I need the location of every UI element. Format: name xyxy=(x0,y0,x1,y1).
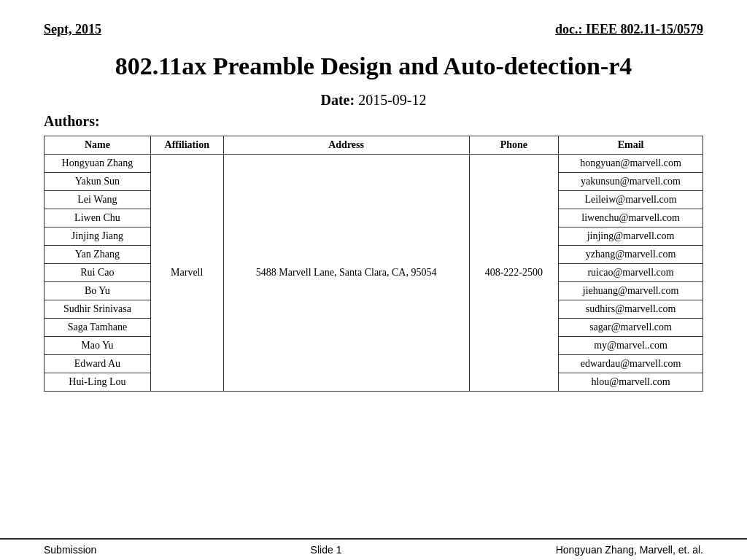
cell-name: Bo Yu xyxy=(44,281,151,300)
cell-name: Mao Yu xyxy=(44,336,151,354)
footer-right: Hongyuan Zhang, Marvell, et. al. xyxy=(556,544,703,556)
table-row: Hongyuan ZhangMarvell5488 Marvell Lane, … xyxy=(44,154,703,172)
date-value: 2015-09-12 xyxy=(358,92,426,108)
authors-label: Authors: xyxy=(44,113,703,130)
cell-email: yzhang@marvell.com xyxy=(559,245,703,263)
cell-name: Saga Tamhane xyxy=(44,318,151,336)
header-bar: Sept, 2015 doc.: IEEE 802.11-15/0579 xyxy=(44,22,703,37)
table-header-row: Name Affiliation Address Phone Email xyxy=(44,136,703,154)
cell-email: sudhirs@marvell.com xyxy=(559,300,703,318)
slide: Sept, 2015 doc.: IEEE 802.11-15/0579 802… xyxy=(0,0,747,560)
col-phone: Phone xyxy=(469,136,559,154)
footer: Submission Slide 1 Hongyuan Zhang, Marve… xyxy=(0,538,747,560)
cell-email: my@marvel..com xyxy=(559,336,703,354)
cell-email: jinjing@marvell.com xyxy=(559,227,703,245)
cell-email: hongyuan@marvell.com xyxy=(559,154,703,172)
col-email: Email xyxy=(559,136,703,154)
cell-name: Hui-Ling Lou xyxy=(44,373,151,391)
col-address: Address xyxy=(223,136,469,154)
cell-name: Jinjing Jiang xyxy=(44,227,151,245)
cell-email: edwardau@marvell.com xyxy=(559,354,703,373)
authors-table: Name Affiliation Address Phone Email Hon… xyxy=(44,136,703,392)
header-date: Sept, 2015 xyxy=(44,22,101,37)
cell-email: hlou@marvell.com xyxy=(559,373,703,391)
footer-center: Slide 1 xyxy=(311,544,342,556)
col-affiliation: Affiliation xyxy=(150,136,223,154)
cell-email: liwenchu@marvell.com xyxy=(559,209,703,227)
cell-email: yakunsun@marvell.com xyxy=(559,172,703,190)
cell-email: jiehuang@marvell.com xyxy=(559,281,703,300)
header-doc: doc.: IEEE 802.11-15/0579 xyxy=(555,22,703,37)
cell-address: 5488 Marvell Lane, Santa Clara, CA, 9505… xyxy=(223,154,469,391)
cell-email: sagar@marvell.com xyxy=(559,318,703,336)
cell-phone: 408-222-2500 xyxy=(469,154,559,391)
cell-name: Hongyuan Zhang xyxy=(44,154,151,172)
cell-name: Rui Cao xyxy=(44,263,151,281)
footer-left: Submission xyxy=(44,544,96,556)
main-title: 802.11ax Preamble Design and Auto-detect… xyxy=(44,52,703,82)
col-name: Name xyxy=(44,136,151,154)
cell-email: ruicao@marvell.com xyxy=(559,263,703,281)
cell-name: Yan Zhang xyxy=(44,245,151,263)
date-label: Date: xyxy=(321,92,355,108)
cell-name: Yakun Sun xyxy=(44,172,151,190)
cell-name: Liwen Chu xyxy=(44,209,151,227)
cell-name: Edward Au xyxy=(44,354,151,373)
cell-email: Leileiw@marvell.com xyxy=(559,190,703,209)
date-line: Date: 2015-09-12 xyxy=(44,92,703,109)
cell-name: Lei Wang xyxy=(44,190,151,209)
cell-affiliation: Marvell xyxy=(150,154,223,391)
cell-name: Sudhir Srinivasa xyxy=(44,300,151,318)
